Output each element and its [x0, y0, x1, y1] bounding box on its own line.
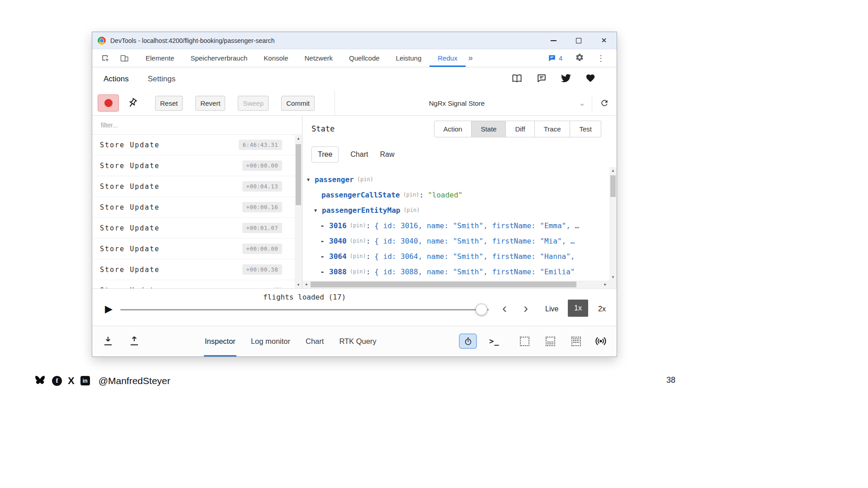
- tab-log-monitor[interactable]: Log monitor: [250, 326, 291, 357]
- view-tab-raw[interactable]: Raw: [380, 150, 394, 159]
- speed-2x-button[interactable]: 2x: [598, 305, 606, 313]
- speed-1x-button[interactable]: 1x: [568, 300, 588, 317]
- action-row[interactable]: Store Update 6:46:43.31: [92, 135, 302, 155]
- tree-row[interactable]: passengerCallState (pin) : "loaded": [302, 187, 609, 202]
- action-row[interactable]: Store Update +00:00.00: [92, 155, 302, 176]
- scrollbar-thumb[interactable]: [610, 175, 616, 197]
- live-button[interactable]: Live: [545, 305, 558, 313]
- scroll-left-icon[interactable]: ◄: [302, 281, 310, 288]
- device-toolbar-icon[interactable]: [118, 52, 130, 64]
- step-back-button[interactable]: ‹: [500, 301, 509, 315]
- sponsor-heart-icon[interactable]: [585, 73, 595, 85]
- tree-key: 3016: [329, 221, 347, 230]
- instance-select[interactable]: NgRx Signal Store ⌄: [335, 91, 617, 115]
- tree-row[interactable]: ► 3040 (pin) : { id: 3040, name: "Smith"…: [302, 233, 609, 249]
- messages-button[interactable]: 4: [548, 54, 562, 62]
- play-button[interactable]: ▶: [102, 304, 115, 314]
- persist-timer-button[interactable]: [459, 333, 477, 349]
- scroll-right-icon[interactable]: ►: [602, 281, 609, 288]
- remote-button[interactable]: [594, 334, 608, 349]
- close-button[interactable]: ✕: [591, 32, 617, 49]
- dispatch-monitor-icon[interactable]: [546, 337, 555, 346]
- state-panel-title: State: [311, 124, 335, 133]
- tree-row[interactable]: ► 3016 (pin) : { id: 3016, name: "Smith"…: [302, 218, 609, 233]
- action-row[interactable]: Store Update: [92, 280, 302, 288]
- step-forward-button[interactable]: ›: [521, 301, 531, 315]
- state-horizontal-scrollbar[interactable]: ◄ ►: [302, 281, 609, 288]
- tree-value: { id: 3088, name: "Smith", firstName: "E…: [374, 267, 575, 276]
- redux-main: Store Update 6:46:43.31 Store Update +00…: [92, 115, 617, 288]
- tab-settings[interactable]: Settings: [148, 75, 175, 84]
- revert-button[interactable]: Revert: [195, 96, 225, 111]
- scroll-down-icon[interactable]: ▼: [609, 274, 617, 281]
- action-row[interactable]: Store Update +00:00.38: [92, 259, 302, 280]
- view-tab-tree[interactable]: Tree: [311, 146, 339, 163]
- maximize-button[interactable]: [566, 32, 591, 49]
- window-titlebar[interactable]: DevTools - localhost:4200/flight-booking…: [92, 32, 617, 49]
- import-button[interactable]: [102, 335, 114, 348]
- instance-select-value: NgRx Signal Store: [335, 99, 579, 107]
- mode-diff-button[interactable]: Diff: [506, 121, 534, 137]
- view-tab-chart[interactable]: Chart: [350, 150, 368, 159]
- sweep-button[interactable]: Sweep: [238, 96, 269, 111]
- expand-arrow-icon[interactable]: ▼: [314, 208, 322, 213]
- commit-button[interactable]: Commit: [281, 96, 315, 111]
- devtools-tab-konsole[interactable]: Konsole: [255, 49, 296, 67]
- tree-row[interactable]: ► 3064 (pin) : { id: 3064, name: "Smith"…: [302, 249, 609, 264]
- actions-scrollbar[interactable]: ▲ ▼: [295, 135, 302, 288]
- x-icon: X: [68, 375, 75, 387]
- feedback-comment-icon[interactable]: [537, 73, 547, 85]
- expand-arrow-icon[interactable]: ►: [321, 269, 329, 274]
- kebab-menu-icon[interactable]: ⋮: [597, 53, 605, 63]
- scroll-up-icon[interactable]: ▲: [609, 167, 617, 174]
- test-monitor-icon[interactable]: [571, 337, 581, 346]
- slider-monitor-icon[interactable]: [520, 337, 529, 346]
- mode-trace-button[interactable]: Trace: [535, 121, 571, 137]
- action-row[interactable]: Store Update +00:04.13: [92, 176, 302, 197]
- export-button[interactable]: [128, 335, 140, 348]
- tree-row[interactable]: ► 3088 (pin) : { id: 3088, name: "Smith"…: [302, 264, 609, 279]
- scrollbar-thumb[interactable]: [296, 144, 301, 205]
- action-row[interactable]: Store Update +00:00.00: [92, 239, 302, 259]
- more-tabs-icon[interactable]: »: [468, 53, 473, 63]
- devtools-tab-leistung[interactable]: Leistung: [388, 49, 430, 67]
- timeline-slider[interactable]: [120, 305, 489, 315]
- docs-book-icon[interactable]: [512, 73, 522, 85]
- tree-row[interactable]: ▼ passengerEntityMap (pin): [302, 202, 609, 218]
- minimize-button[interactable]: [541, 32, 566, 49]
- redux-toolbar: Reset Revert Sweep Commit NgRx Signal St…: [92, 91, 617, 115]
- mode-test-button[interactable]: Test: [570, 121, 601, 137]
- expand-arrow-icon[interactable]: ►: [321, 239, 329, 244]
- tree-row[interactable]: ▼ passenger (pin): [302, 172, 609, 187]
- scrollbar-thumb[interactable]: [311, 282, 576, 287]
- mode-state-button[interactable]: State: [472, 121, 506, 137]
- devtools-tab-redux[interactable]: Redux: [429, 49, 465, 67]
- tab-inspector[interactable]: Inspector: [204, 326, 236, 357]
- tab-rtk-query[interactable]: RTK Query: [338, 326, 377, 357]
- record-button[interactable]: [98, 94, 119, 112]
- devtools-tab-netzwerk[interactable]: Netzwerk: [297, 49, 341, 67]
- scroll-up-icon[interactable]: ▲: [295, 135, 302, 142]
- pin-button[interactable]: [123, 94, 142, 112]
- mode-action-button[interactable]: Action: [434, 121, 472, 137]
- slider-handle[interactable]: [476, 304, 487, 315]
- reset-button[interactable]: Reset: [155, 96, 183, 111]
- devtools-tab-elemente[interactable]: Elemente: [137, 49, 182, 67]
- action-row[interactable]: Store Update +00:01.07: [92, 218, 302, 239]
- inspect-element-icon[interactable]: [99, 52, 111, 64]
- refresh-button[interactable]: [592, 91, 617, 115]
- tab-chart[interactable]: Chart: [305, 326, 325, 357]
- tab-actions[interactable]: Actions: [104, 75, 129, 84]
- expand-arrow-icon[interactable]: ▼: [307, 177, 315, 182]
- filter-input[interactable]: [100, 121, 294, 129]
- action-row[interactable]: Store Update +00:00.16: [92, 197, 302, 218]
- dispatcher-button[interactable]: >_: [486, 336, 502, 346]
- expand-arrow-icon[interactable]: ►: [321, 254, 329, 259]
- expand-arrow-icon[interactable]: ►: [321, 223, 329, 228]
- scroll-down-icon[interactable]: ▼: [295, 282, 302, 288]
- state-scrollbar[interactable]: ▲ ▼: [609, 167, 617, 281]
- devtools-tab-speicherverbrauch[interactable]: Speicherverbrauch: [182, 49, 255, 67]
- twitter-icon[interactable]: [561, 73, 571, 85]
- devtools-tab-quellcode[interactable]: Quellcode: [341, 49, 388, 67]
- settings-gear-icon[interactable]: [575, 53, 584, 64]
